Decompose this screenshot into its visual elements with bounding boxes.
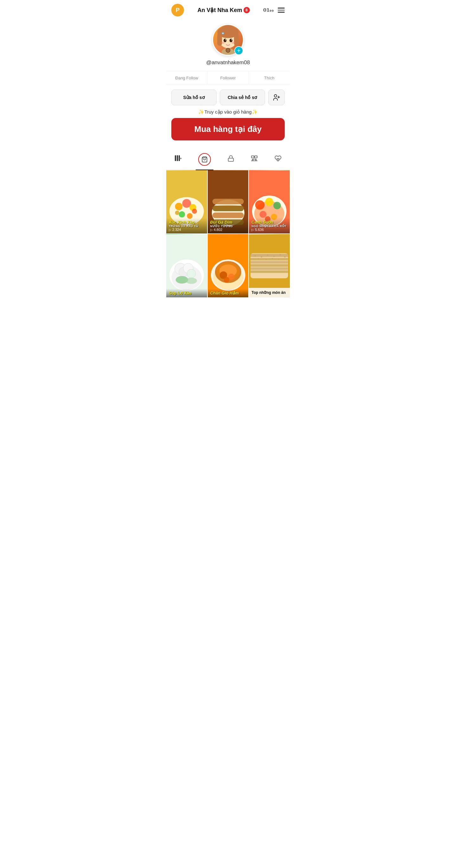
action-buttons: Sửa hồ sơ Chia sẻ hồ sơ	[166, 90, 290, 105]
video-title-6: Top những món ăn	[251, 290, 287, 295]
svg-marker-22	[180, 158, 181, 159]
video-title-3: Canh Sườn	[251, 220, 287, 225]
header-title: An Vật Nha Kem 8	[197, 7, 250, 13]
svg-rect-85	[251, 264, 288, 267]
stat-following[interactable]: Đang Follow	[166, 71, 207, 84]
video-title-1: Xúc Xích Xào	[169, 220, 205, 225]
shopping-bag-icon	[201, 156, 208, 163]
svg-rect-84	[251, 261, 288, 264]
svg-point-68	[186, 278, 197, 284]
svg-rect-21	[179, 155, 180, 161]
video-card-6[interactable]: Top những món ăn	[249, 234, 290, 297]
svg-point-97	[278, 259, 279, 260]
svg-point-16	[274, 95, 277, 97]
shop-button-text: Mua hàng tại đây	[194, 124, 262, 134]
video-views-1: ▷ 2.324	[169, 228, 205, 231]
shop-button[interactable]: Mua hàng tại đây	[171, 118, 285, 141]
notification-badge[interactable]: 8	[244, 7, 250, 13]
video-card-4[interactable]: Súp Lơ Xào	[166, 234, 207, 297]
video-card-5[interactable]: Chân Giò Hầm	[208, 234, 249, 297]
grid-icon	[174, 155, 181, 164]
tab-collab[interactable]	[248, 154, 260, 165]
tab-bar	[166, 149, 290, 170]
stat-likes[interactable]: Thích	[249, 71, 290, 84]
follow-button[interactable]: +	[234, 46, 243, 55]
lock-icon	[227, 155, 234, 164]
svg-point-66	[187, 269, 196, 278]
svg-point-37	[179, 211, 185, 218]
share-profile-button[interactable]: Chia sẻ hồ sơ	[220, 90, 265, 105]
card-bottom-2: Đùi Gà Dim NƯỚC TƯƠNG ▷ 4.802	[208, 218, 249, 234]
shop-tab-circle	[198, 153, 211, 166]
svg-point-10	[231, 39, 232, 40]
tab-liked[interactable]	[272, 154, 284, 165]
edit-profile-button[interactable]: Sửa hồ sơ	[171, 90, 217, 105]
svg-point-15	[226, 49, 230, 52]
video-card-1[interactable]: Đã ghim Xúc Xích Xào TRỨNG VÀ RAU CỦ	[166, 170, 207, 234]
svg-rect-83	[251, 258, 288, 260]
svg-point-9	[225, 39, 226, 40]
card-bottom-3: Canh Sườn NGÔ NGỌT VÀ CÀ RỐT ▷ 5.636	[249, 218, 290, 234]
add-friend-button[interactable]	[268, 90, 285, 105]
card-bottom-5: Chân Giò Hầm	[208, 289, 249, 298]
svg-rect-25	[251, 156, 254, 158]
svg-rect-82	[251, 254, 288, 257]
menu-button[interactable]	[278, 8, 285, 13]
svg-point-89	[261, 256, 262, 258]
svg-point-94	[258, 258, 259, 259]
svg-point-12	[231, 42, 235, 44]
video-subtitle-1: TRỨNG VÀ RAU CỦ	[169, 225, 205, 228]
tab-grid[interactable]	[172, 154, 184, 165]
svg-point-93	[284, 256, 286, 258]
svg-point-56	[260, 211, 267, 218]
svg-point-11	[221, 42, 224, 44]
profile-section: + @anvatnhakem08 Đang Follow Follower Th…	[166, 19, 290, 149]
svg-rect-86	[251, 267, 288, 270]
card-bottom-1: Xúc Xích Xào TRỨNG VÀ RAU CỦ ▷ 2.324	[166, 218, 207, 234]
video-title-4: Súp Lơ Xào	[169, 291, 205, 296]
svg-point-48	[212, 205, 245, 210]
likes-label: Thích	[264, 75, 275, 80]
svg-point-78	[224, 277, 229, 283]
coins-display: 𝟬𝟭₉₉	[263, 7, 274, 13]
header: P An Vật Nha Kem 8 𝟬𝟭₉₉	[166, 0, 290, 19]
liked-icon	[275, 155, 282, 164]
svg-point-95	[266, 259, 267, 260]
svg-point-55	[274, 202, 281, 209]
tab-shop[interactable]	[196, 152, 213, 167]
svg-point-91	[274, 256, 275, 257]
video-card-3[interactable]: Đã ghim Canh Sườn NGÔ NGỌT VÀ CÀ RỐT	[249, 170, 290, 234]
profile-icon[interactable]: P	[171, 4, 184, 17]
collab-icon	[251, 155, 258, 164]
video-views-2: ▷ 4.802	[210, 228, 246, 231]
svg-rect-24	[228, 158, 234, 161]
card-bottom-4: Súp Lơ Xào	[166, 289, 207, 298]
svg-point-40	[175, 211, 179, 215]
following-label: Đang Follow	[175, 75, 198, 80]
svg-point-39	[192, 209, 197, 214]
svg-point-54	[265, 198, 274, 206]
svg-point-88	[255, 255, 256, 256]
promo-text: ✨Truy cập vào giỏ hàng✨	[198, 109, 257, 115]
video-card-2[interactable]: Đã ghim Đùi Gà Dim NƯỚC TƯƠNG ▷ 4.802	[208, 170, 249, 234]
username: @anvatnhakem08	[206, 59, 250, 66]
video-subtitle-3: NGÔ NGỌT VÀ CÀ RỐT	[251, 225, 287, 228]
svg-rect-4	[234, 34, 239, 46]
video-views-3: ▷ 5.636	[251, 228, 287, 231]
video-subtitle-2: NƯỚC TƯƠNG	[210, 225, 246, 228]
stats-row: Đang Follow Follower Thích	[166, 71, 290, 85]
svg-point-34	[175, 203, 183, 210]
avatar-container: +	[212, 24, 244, 56]
video-title-2: Đùi Gà Dim	[210, 220, 246, 225]
svg-rect-46	[212, 213, 244, 218]
svg-point-53	[255, 200, 265, 210]
stat-followers[interactable]: Follower	[207, 71, 249, 84]
tab-lock[interactable]	[225, 154, 237, 165]
followers-label: Follower	[220, 75, 236, 80]
svg-rect-3	[217, 34, 222, 46]
svg-point-6	[222, 33, 224, 34]
video-grid: Đã ghim Xúc Xích Xào TRỨNG VÀ RAU CỦ	[166, 170, 290, 297]
svg-rect-44	[212, 199, 244, 204]
svg-rect-26	[255, 156, 257, 158]
svg-rect-20	[177, 155, 178, 161]
